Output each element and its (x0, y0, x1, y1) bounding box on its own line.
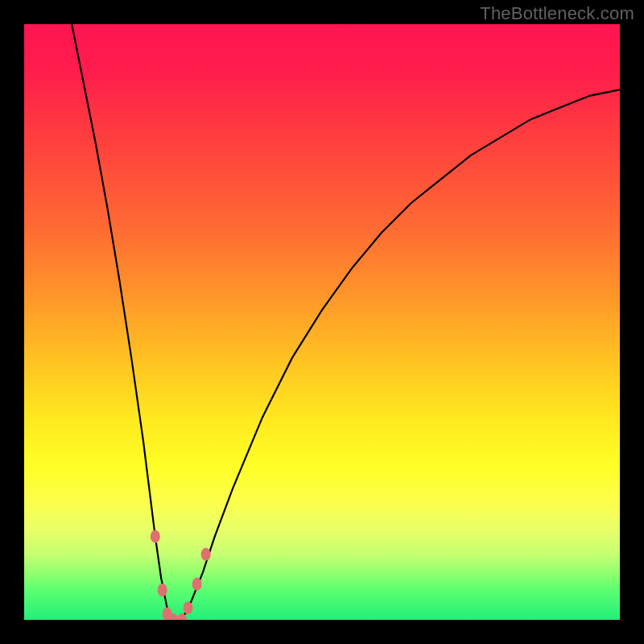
curve-marker (158, 584, 167, 597)
chart-frame: TheBottleneck.com (0, 0, 644, 644)
curve-marker (201, 548, 211, 561)
plot-area (24, 24, 620, 620)
bottleneck-curve (24, 24, 620, 620)
watermark-label: TheBottleneck.com (480, 3, 634, 24)
curve-marker (184, 601, 193, 614)
curve-marker (192, 578, 202, 591)
curve-marker (151, 530, 160, 543)
